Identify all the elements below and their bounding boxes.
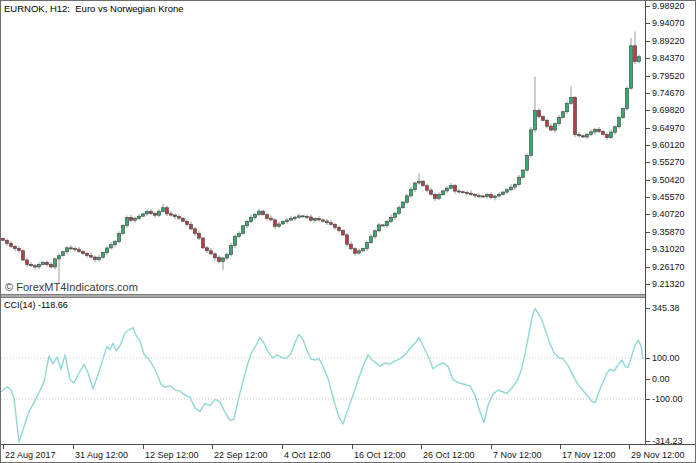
time-axis-tick [73, 445, 74, 449]
candle [530, 130, 533, 156]
time-axis-label: 4 Oct 12:00 [284, 450, 331, 460]
candle [586, 135, 589, 138]
time-axis-tick [629, 445, 630, 449]
price-axis-label: 9.60120 [652, 140, 685, 150]
candle [618, 118, 621, 127]
price-axis-tick [646, 180, 650, 181]
price-axis-tick [646, 6, 650, 7]
candle [490, 195, 493, 198]
candle [270, 218, 273, 220]
candle [522, 170, 525, 177]
candle [330, 223, 333, 225]
price-axis[interactable]: 9.989209.940709.892209.843709.795209.746… [645, 1, 696, 444]
time-axis-label: 12 Sep 12:00 [145, 450, 199, 460]
time-axis[interactable]: 22 Aug 201731 Aug 12:0012 Sep 12:0022 Se… [1, 444, 696, 463]
candle [190, 224, 193, 229]
candle [274, 220, 277, 226]
candle [466, 193, 469, 194]
candle [442, 191, 445, 195]
candle [158, 211, 161, 215]
cci-axis-tick [646, 441, 650, 442]
candle [358, 251, 361, 253]
price-chart-panel[interactable]: EURNOK, H12: Euro vs Norwegian Krone © F… [1, 1, 645, 294]
price-axis-label: 9.35870 [652, 227, 685, 237]
price-axis-tick [646, 284, 650, 285]
price-axis-tick [646, 145, 650, 146]
candle [362, 249, 365, 251]
candle [154, 213, 157, 215]
price-axis-tick [646, 162, 650, 163]
candle [302, 216, 305, 217]
cci-axis-tick [646, 379, 650, 380]
candle [634, 46, 637, 62]
price-axis-tick [646, 214, 650, 215]
candle [462, 192, 465, 193]
candle [562, 112, 565, 118]
watermark: © ForexMT4Indicators.com [5, 281, 138, 293]
candle [434, 194, 437, 198]
candle [470, 193, 473, 194]
candle [166, 208, 169, 214]
time-axis-tick [3, 445, 4, 449]
candle [214, 254, 217, 258]
mt4-chart-window: EURNOK, H12: Euro vs Norwegian Krone © F… [0, 0, 696, 463]
price-axis-label: 9.55270 [652, 157, 685, 167]
candle [558, 117, 561, 123]
candle [58, 256, 61, 259]
candle [126, 217, 129, 225]
candle [418, 181, 421, 183]
candle [198, 233, 201, 238]
candle [142, 214, 145, 216]
candle [626, 88, 629, 108]
cci-axis-label: 0.00 [652, 374, 670, 384]
candle [6, 240, 9, 243]
price-axis-label: 9.69820 [652, 105, 685, 115]
candle [606, 135, 609, 138]
candle [138, 216, 141, 218]
time-axis-label: 26 Oct 12:00 [423, 450, 475, 460]
chart-title: EURNOK, H12: Euro vs Norwegian Krone [4, 3, 184, 14]
candle [546, 120, 549, 126]
price-axis-tick [646, 110, 650, 111]
price-axis-tick [646, 93, 650, 94]
candle [398, 208, 401, 214]
candle [54, 259, 57, 267]
candle [218, 258, 221, 262]
candle [446, 188, 449, 191]
price-axis-label: 9.98920 [652, 1, 685, 11]
candle [86, 254, 89, 256]
candle [10, 243, 13, 246]
candle [14, 246, 17, 248]
candle [278, 224, 281, 226]
price-axis-tick [646, 197, 650, 198]
candle [178, 217, 181, 219]
candle [550, 126, 553, 130]
candle [578, 135, 581, 136]
candle [106, 248, 109, 253]
cci-axis-tick [646, 308, 650, 309]
candle [226, 255, 229, 258]
candle [326, 221, 329, 223]
candle [286, 220, 289, 222]
time-axis-label: 22 Aug 2017 [5, 450, 56, 460]
candle [254, 214, 257, 217]
candle [202, 238, 205, 248]
candle [258, 211, 261, 214]
candle [262, 211, 265, 215]
candle [402, 202, 405, 208]
time-axis-tick [282, 445, 283, 449]
candle [46, 262, 49, 264]
cci-axis-label: 345.38 [652, 303, 680, 313]
cci-axis-label: 100.00 [652, 353, 680, 363]
price-axis-tick [646, 249, 650, 250]
candle [130, 217, 133, 220]
candlestick-chart[interactable] [1, 1, 645, 294]
candle [294, 217, 297, 218]
price-axis-label: 9.74670 [652, 88, 685, 98]
candle [410, 190, 413, 196]
cci-line-chart[interactable] [1, 298, 645, 444]
candle [150, 212, 153, 214]
candle [494, 196, 497, 198]
cci-indicator-panel[interactable]: CCI(14) -118.66 [1, 298, 645, 444]
candle [310, 217, 313, 220]
